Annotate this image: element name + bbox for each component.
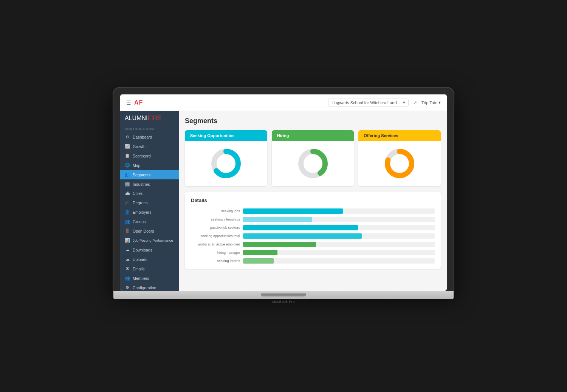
segments-cards: Seeking Opportunities bbox=[185, 130, 441, 186]
sidebar-item-label-configuration: Configuration bbox=[133, 286, 156, 290]
external-link-icon[interactable]: ↗ bbox=[413, 100, 417, 105]
sidebar-item-map[interactable]: 🌐 Map bbox=[120, 161, 179, 170]
app-header: ☰ AF Hogwarts School for Witchcraft and … bbox=[120, 94, 447, 111]
bar-label-passive-job-seekers: passive job seekers bbox=[191, 226, 240, 230]
bar-row: works at an active employer bbox=[191, 242, 435, 247]
sidebar-item-job-posting[interactable]: 📊 Job Posting Performance bbox=[120, 236, 179, 245]
segment-card-header-offering: Offering Services bbox=[358, 130, 441, 141]
page-title: Segments bbox=[185, 117, 441, 125]
bar-label-active-employer: works at an active employer bbox=[191, 242, 240, 246]
bar-track-seeking-total bbox=[243, 233, 435, 239]
sidebar-item-label-groups: Groups bbox=[133, 219, 146, 224]
sidebar-item-label-cities: Cities bbox=[133, 191, 143, 196]
configuration-icon: ⚙ bbox=[125, 285, 130, 290]
app: ☰ AF Hogwarts School for Witchcraft and … bbox=[120, 94, 447, 291]
laptop-label: MacBook Pro bbox=[113, 299, 454, 304]
sidebar-item-label-segments: Segments bbox=[133, 173, 150, 177]
emails-icon: ✉ bbox=[125, 266, 130, 271]
hamburger-icon[interactable]: ☰ bbox=[126, 100, 131, 106]
members-icon: 👥 bbox=[125, 276, 130, 281]
segments-icon: 👥 bbox=[125, 172, 130, 177]
sidebar-item-open-doors[interactable]: 🚪 Open Doors bbox=[120, 226, 179, 236]
dashboard-icon: ⊙ bbox=[125, 134, 130, 139]
donut-seeking bbox=[209, 147, 243, 181]
sidebar-item-uploads[interactable]: ☁ Uploads bbox=[120, 255, 179, 264]
sidebar-item-label-degrees: Degrees bbox=[133, 201, 148, 205]
sidebar-item-label-job-posting: Job Posting Performance bbox=[133, 238, 173, 242]
bar-fill-passive-job-seekers bbox=[243, 225, 358, 230]
growth-icon: 📈 bbox=[125, 144, 130, 149]
user-menu[interactable]: Trip Tate ▾ bbox=[421, 100, 441, 105]
header-left: ☰ AF bbox=[126, 99, 143, 106]
user-name: Trip Tate bbox=[421, 100, 437, 105]
segment-card-body-offering bbox=[358, 141, 441, 186]
sidebar-item-employers[interactable]: 👤 Employers bbox=[120, 207, 179, 217]
sidebar-item-label-growth: Growth bbox=[133, 144, 146, 149]
laptop-base bbox=[113, 291, 454, 299]
bar-track-seeking-internships bbox=[243, 217, 435, 222]
school-selector[interactable]: Hogwarts School for Witchcraft and ... ▾ bbox=[328, 99, 409, 106]
bar-row: hiring manager bbox=[191, 250, 435, 255]
bar-chart: seeking jobs seeking internships bbox=[191, 208, 435, 264]
bar-track-passive-job-seekers bbox=[243, 225, 435, 230]
sidebar-logo: ALUMNIFIRE bbox=[120, 111, 179, 124]
main-content: Segments Seeking Opportunities bbox=[179, 111, 447, 291]
logo-fire: FIRE bbox=[147, 115, 161, 121]
bar-label-seeking-internships: seeking internships bbox=[191, 218, 240, 221]
user-dropdown-icon: ▾ bbox=[438, 100, 441, 105]
bar-fill-seeking-internships bbox=[243, 217, 312, 222]
scorecard-icon: 📋 bbox=[125, 153, 130, 158]
dropdown-icon: ▾ bbox=[403, 100, 405, 105]
sidebar-item-label-map: Map bbox=[133, 163, 140, 168]
sidebar-item-members[interactable]: 👥 Members bbox=[120, 273, 179, 283]
sidebar-item-growth[interactable]: 📈 Growth bbox=[120, 142, 179, 151]
laptop-notch bbox=[261, 293, 306, 296]
degrees-icon: 🎓 bbox=[125, 200, 130, 205]
sidebar-item-label-members: Members bbox=[133, 276, 149, 281]
logo-af: AF bbox=[134, 99, 143, 106]
segment-card-seeking[interactable]: Seeking Opportunities bbox=[185, 130, 267, 186]
app-body: ALUMNIFIRE CONTROL ROOM ⊙ Dashboard 📈 Gr… bbox=[120, 111, 447, 291]
sidebar-item-configuration[interactable]: ⚙ Configuration bbox=[120, 283, 179, 291]
logo-alumni: ALUMNI bbox=[125, 115, 147, 121]
sidebar-item-segments[interactable]: 👥 Segments bbox=[120, 170, 179, 179]
segment-card-body-seeking bbox=[185, 141, 267, 186]
sidebar-item-scorecard[interactable]: 📋 Scorecard bbox=[120, 151, 179, 161]
sidebar-item-label-scorecard: Scorecard bbox=[133, 154, 151, 158]
laptop-wrapper: ☰ AF Hogwarts School for Witchcraft and … bbox=[113, 88, 454, 304]
sidebar-item-degrees[interactable]: 🎓 Degrees bbox=[120, 198, 179, 207]
bar-row: seeking jobs bbox=[191, 208, 435, 214]
open-doors-icon: 🚪 bbox=[125, 228, 130, 233]
sidebar-item-groups[interactable]: 👥 Groups bbox=[120, 217, 179, 226]
bar-fill-seeking-total bbox=[243, 233, 362, 239]
header-right: Hogwarts School for Witchcraft and ... ▾… bbox=[328, 99, 441, 106]
sidebar-item-emails[interactable]: ✉ Emails bbox=[120, 264, 179, 273]
laptop-screen: ☰ AF Hogwarts School for Witchcraft and … bbox=[120, 94, 447, 291]
bar-track-hiring-manager bbox=[243, 250, 435, 255]
bar-track-seeking-jobs bbox=[243, 208, 435, 214]
bar-row: seeking opportunities total bbox=[191, 233, 435, 239]
job-posting-icon: 📊 bbox=[125, 238, 130, 243]
uploads-icon: ☁ bbox=[125, 257, 130, 262]
sidebar-item-label-uploads: Uploads bbox=[133, 257, 147, 262]
bar-track-active-employer bbox=[243, 242, 435, 247]
map-icon: 🌐 bbox=[125, 163, 130, 168]
sidebar-item-dashboard[interactable]: ⊙ Dashboard bbox=[120, 132, 179, 142]
details-section: Details seeking jobs seeking internsh bbox=[185, 192, 441, 269]
sidebar-item-label-downloads: Downloads bbox=[133, 248, 152, 252]
bar-label-seeking-interns: seeking interns bbox=[191, 259, 240, 263]
segment-card-header-seeking: Seeking Opportunities bbox=[185, 130, 267, 141]
sidebar-item-label-dashboard: Dashboard bbox=[133, 135, 152, 139]
bar-row: seeking interns bbox=[191, 258, 435, 264]
employers-icon: 👤 bbox=[125, 210, 130, 215]
sidebar-item-label-industries: Industries bbox=[133, 182, 150, 187]
donut-hiring bbox=[296, 147, 330, 181]
sidebar-item-cities[interactable]: 🏙 Cities bbox=[120, 189, 179, 198]
sidebar-item-downloads[interactable]: ☁ Downloads bbox=[120, 245, 179, 255]
segment-card-body-hiring bbox=[272, 141, 354, 186]
sidebar-item-label-emails: Emails bbox=[133, 267, 145, 271]
segment-card-hiring[interactable]: Hiring bbox=[272, 130, 354, 186]
segment-card-offering[interactable]: Offering Services bbox=[358, 130, 441, 186]
school-name: Hogwarts School for Witchcraft and ... bbox=[332, 100, 401, 105]
sidebar-item-industries[interactable]: 🏢 Industries bbox=[120, 179, 179, 189]
